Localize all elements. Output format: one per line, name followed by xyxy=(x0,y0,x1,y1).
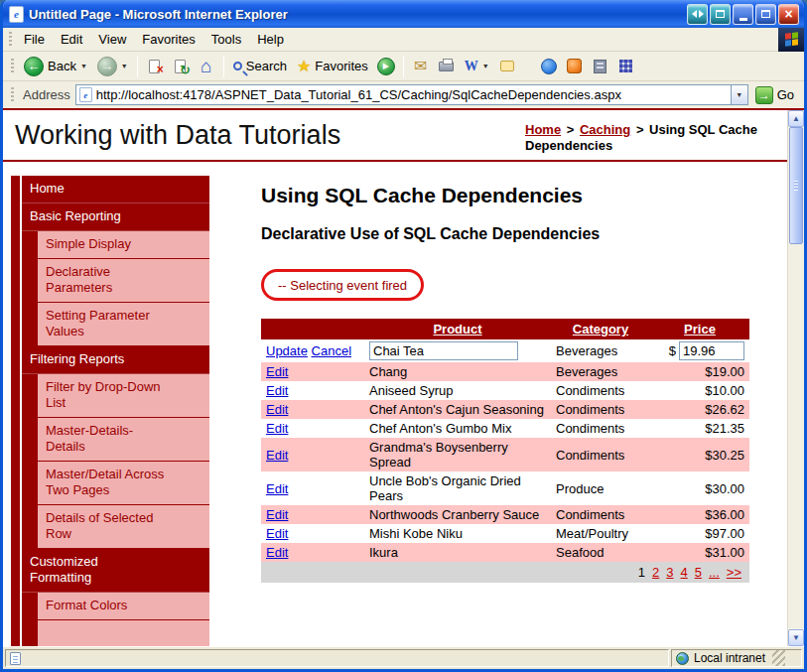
breadcrumb-caching-link[interactable]: Caching xyxy=(580,122,630,137)
sidebar-item-declarative-parameters[interactable]: Declarative Parameters xyxy=(38,259,209,303)
status-message-panel xyxy=(5,649,669,667)
cancel-link[interactable]: Cancel xyxy=(312,343,351,358)
edit-link[interactable]: Edit xyxy=(266,402,288,417)
sidebar-item-details-of-selected-row[interactable]: Details of Selected Row xyxy=(38,505,209,549)
sort-product-link[interactable]: Product xyxy=(433,322,481,336)
forward-dropdown-icon[interactable]: ▼ xyxy=(121,63,128,69)
site-title: Working with Data Tutorials xyxy=(15,120,340,151)
address-input[interactable]: e http://localhost:4178/ASPNET_Data_Tuto… xyxy=(75,84,748,105)
messenger-button[interactable] xyxy=(537,55,561,78)
price-cell: $97.00 xyxy=(650,524,749,543)
back-label: Back xyxy=(48,59,76,73)
detach-window-button[interactable] xyxy=(710,4,731,25)
scroll-up-button[interactable]: ▲ xyxy=(788,110,804,127)
search-button[interactable]: Search xyxy=(229,57,291,75)
pager-page-3-link[interactable]: 3 xyxy=(666,565,673,580)
price-cell: $ xyxy=(650,339,749,362)
rebar-handle[interactable] xyxy=(11,59,14,74)
grid-icon xyxy=(619,60,632,72)
breadcrumb-home-link[interactable]: Home xyxy=(525,122,561,137)
edit-link[interactable]: Edit xyxy=(266,481,288,496)
edit-link[interactable]: Edit xyxy=(266,507,288,522)
refresh-button[interactable]: ↻ xyxy=(169,55,193,78)
media-button[interactable]: ▶ xyxy=(374,55,398,78)
address-dropdown-button[interactable]: ▼ xyxy=(731,85,747,104)
menu-item-favorites[interactable]: Favorites xyxy=(134,29,202,50)
sidebar-item-simple-display[interactable]: Simple Display xyxy=(38,231,209,259)
sort-category-link[interactable]: Category xyxy=(573,322,628,336)
scroll-down-button[interactable]: ▼ xyxy=(788,629,804,646)
left-arrow-icon xyxy=(692,10,697,18)
maximize-icon xyxy=(761,10,770,18)
sidebar-item-filter-by-drop-down-list[interactable]: Filter by Drop-Down List xyxy=(38,374,209,418)
edit-link[interactable]: Edit xyxy=(266,545,288,560)
price-cell: $31.00 xyxy=(650,543,749,562)
favorites-button[interactable]: ★ Favorites xyxy=(293,57,372,76)
category-cell: Condiments xyxy=(551,438,650,471)
maximize-button[interactable] xyxy=(755,4,776,25)
resize-grip[interactable] xyxy=(772,650,785,666)
pager-ellipsis-link[interactable]: ... xyxy=(709,565,720,580)
menu-item-edit[interactable]: Edit xyxy=(53,29,90,50)
edit-link[interactable]: Edit xyxy=(266,526,288,541)
edit-link[interactable]: Edit xyxy=(266,383,288,398)
category-cell: Condiments xyxy=(551,419,650,438)
update-link[interactable]: Update xyxy=(266,343,308,358)
table-row: Edit Northwoods Cranberry Sauce Condimen… xyxy=(261,505,749,524)
forward-button[interactable]: → ▼ xyxy=(93,55,132,78)
rebar-handle[interactable] xyxy=(9,32,12,48)
menu-item-view[interactable]: View xyxy=(90,29,134,50)
pager-next-link[interactable]: >> xyxy=(727,565,741,580)
pager-page-4-link[interactable]: 4 xyxy=(681,565,688,580)
edit-dropdown-icon[interactable]: ▼ xyxy=(482,63,489,69)
page-icon: e xyxy=(79,87,92,102)
favorites-label: Favorites xyxy=(315,59,367,73)
discuss-button[interactable] xyxy=(495,55,519,78)
mail-button[interactable]: ✉ xyxy=(409,55,433,78)
sidebar-item-basic-reporting[interactable]: Basic Reporting xyxy=(22,203,209,231)
addon-orange-button[interactable] xyxy=(563,55,587,78)
sidebar-item-format-colors[interactable]: Format Colors xyxy=(38,593,209,620)
address-label: Address xyxy=(23,87,70,102)
sidebar-item-customized-formatting[interactable]: Customized Formatting xyxy=(22,549,209,593)
edit-link[interactable]: Edit xyxy=(266,421,288,436)
back-button[interactable]: ← Back ▼ xyxy=(20,55,91,78)
stop-button[interactable]: × xyxy=(143,55,167,78)
sort-price-link[interactable]: Price xyxy=(684,322,716,336)
menu-item-help[interactable]: Help xyxy=(249,29,292,50)
print-button[interactable] xyxy=(435,55,459,78)
edit-link[interactable]: Edit xyxy=(266,448,288,463)
rebar-handle[interactable] xyxy=(11,87,14,103)
scrollbar-thumb[interactable] xyxy=(789,127,803,244)
forward-icon: → xyxy=(97,57,117,76)
sidebar-item-setting-parameter-values[interactable]: Setting Parameter Values xyxy=(38,303,209,346)
sidebar-item-home[interactable]: Home xyxy=(22,176,209,203)
category-cell: Condiments xyxy=(551,381,650,400)
pager-page-2-link[interactable]: 2 xyxy=(652,565,659,580)
scrollbar-track[interactable] xyxy=(788,244,804,629)
browser-viewport: Working with Data Tutorials Home > Cachi… xyxy=(3,108,804,646)
sidebar-item-master-detail-across-two-pages[interactable]: Master/Detail Across Two Pages xyxy=(38,462,209,505)
sidebar-item-filtering-reports[interactable]: Filtering Reports xyxy=(22,346,209,374)
home-button[interactable]: ⌂ xyxy=(195,55,218,78)
sidebar-item-master-details-details[interactable]: Master-Details-Details xyxy=(38,418,209,462)
vertical-scrollbar[interactable]: ▲ ▼ xyxy=(787,110,804,646)
title-bar[interactable]: e Untitled Page - Microsoft Internet Exp… xyxy=(3,0,804,28)
menu-item-tools[interactable]: Tools xyxy=(203,29,249,50)
pager-page-5-link[interactable]: 5 xyxy=(695,565,702,580)
back-dropdown-icon[interactable]: ▼ xyxy=(80,63,87,69)
menu-item-file[interactable]: File xyxy=(16,29,53,50)
minimize-button[interactable] xyxy=(733,4,753,25)
stop-icon: × xyxy=(157,63,164,76)
fullscreen-toggle-button[interactable] xyxy=(687,4,708,25)
price-input[interactable] xyxy=(679,341,744,360)
product-name-input[interactable] xyxy=(369,341,518,360)
edit-with-word-button[interactable]: W ▼ xyxy=(461,57,493,76)
edit-link[interactable]: Edit xyxy=(266,364,288,379)
page-body: Home Basic Reporting Simple Display Decl… xyxy=(3,162,787,646)
table-row-editing: Update Cancel Beverages $ xyxy=(261,339,749,362)
addon-grid-button[interactable] xyxy=(614,55,638,78)
close-button[interactable]: × xyxy=(778,4,799,25)
addon-research-button[interactable] xyxy=(589,55,612,78)
go-button[interactable]: → Go xyxy=(753,86,800,104)
